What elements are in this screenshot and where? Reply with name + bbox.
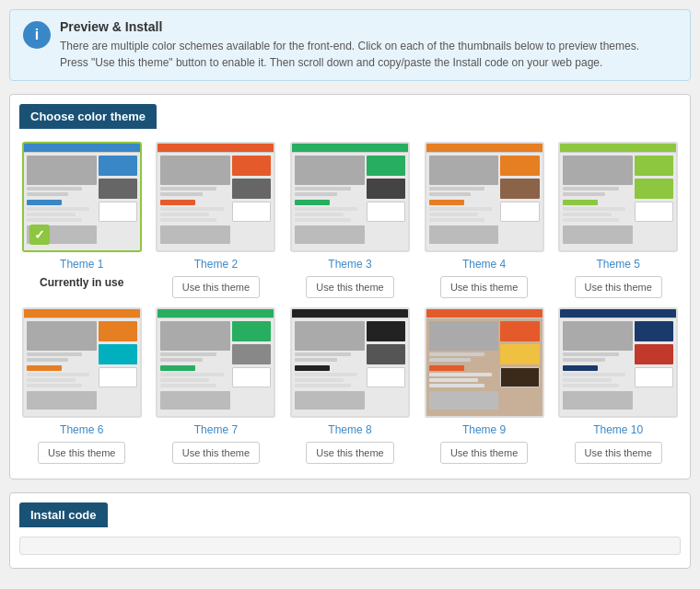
use-theme-btn-8[interactable]: Use this theme — [306, 442, 393, 464]
theme-item-2: Theme 2Use this theme — [154, 142, 279, 298]
theme-item-3: Theme 3Use this theme — [287, 142, 413, 298]
theme-thumbnail-1[interactable]: ✓ — [22, 142, 142, 252]
theme-item-10: Theme 10Use this theme — [555, 307, 681, 464]
use-theme-btn-10[interactable]: Use this theme — [575, 442, 662, 464]
theme-thumbnail-2[interactable] — [156, 142, 275, 252]
info-box: i Preview & Install There are multiple c… — [9, 9, 691, 81]
theme-thumbnail-9[interactable] — [425, 307, 544, 418]
theme-name-8[interactable]: Theme 8 — [328, 423, 371, 436]
use-theme-btn-7[interactable]: Use this theme — [172, 442, 260, 464]
theme-name-6[interactable]: Theme 6 — [60, 423, 103, 436]
info-text: Preview & Install There are multiple col… — [60, 19, 639, 71]
theme-thumbnail-10[interactable] — [558, 307, 678, 418]
theme-thumbnail-4[interactable] — [425, 142, 544, 252]
theme-thumbnail-6[interactable] — [22, 307, 142, 418]
active-check-badge: ✓ — [29, 225, 50, 245]
theme-name-10[interactable]: Theme 10 — [593, 423, 643, 436]
theme-name-3[interactable]: Theme 3 — [328, 258, 371, 271]
theme-name-5[interactable]: Theme 5 — [597, 258, 640, 271]
use-theme-btn-3[interactable]: Use this theme — [306, 276, 393, 298]
info-icon: i — [23, 21, 51, 49]
theme-item-5: Theme 5Use this theme — [555, 142, 681, 298]
choose-theme-header: Choose color theme — [19, 104, 157, 129]
themes-container: ✓Theme 1Currently in use — [10, 129, 690, 479]
install-panel: Install code — [9, 492, 691, 569]
install-code-header: Install code — [19, 502, 108, 527]
theme-item-6: Theme 6Use this theme — [19, 307, 145, 464]
theme-name-2[interactable]: Theme 2 — [194, 258, 238, 271]
use-theme-btn-5[interactable]: Use this theme — [575, 276, 662, 298]
theme-thumbnail-7[interactable] — [156, 307, 275, 418]
theme-name-9[interactable]: Theme 9 — [462, 423, 506, 436]
info-description: There are multiple color schemes availab… — [60, 38, 639, 71]
theme-item-9: Theme 9Use this theme — [422, 307, 547, 464]
use-theme-btn-2[interactable]: Use this theme — [172, 276, 260, 298]
theme-name-1[interactable]: Theme 1 — [60, 258, 103, 271]
theme-item-1: ✓Theme 1Currently in use — [19, 142, 145, 298]
theme-thumbnail-3[interactable] — [290, 142, 410, 252]
theme-item-4: Theme 4Use this theme — [422, 142, 547, 298]
use-theme-btn-6[interactable]: Use this theme — [38, 442, 125, 464]
currently-in-use-label: Currently in use — [40, 276, 123, 289]
choose-theme-panel: Choose color theme — [9, 94, 691, 479]
theme-item-7: Theme 7Use this theme — [154, 307, 279, 464]
theme-name-4[interactable]: Theme 4 — [462, 258, 506, 271]
theme-thumbnail-8[interactable] — [290, 307, 410, 418]
use-theme-btn-4[interactable]: Use this theme — [440, 276, 528, 298]
theme-item-8: Theme 8Use this theme — [287, 307, 413, 464]
theme-name-7[interactable]: Theme 7 — [194, 423, 238, 436]
theme-thumbnail-5[interactable] — [558, 142, 678, 252]
install-code-area[interactable] — [19, 537, 681, 555]
info-title: Preview & Install — [60, 19, 639, 34]
use-theme-btn-9[interactable]: Use this theme — [440, 442, 528, 464]
themes-grid: ✓Theme 1Currently in use — [19, 142, 681, 464]
